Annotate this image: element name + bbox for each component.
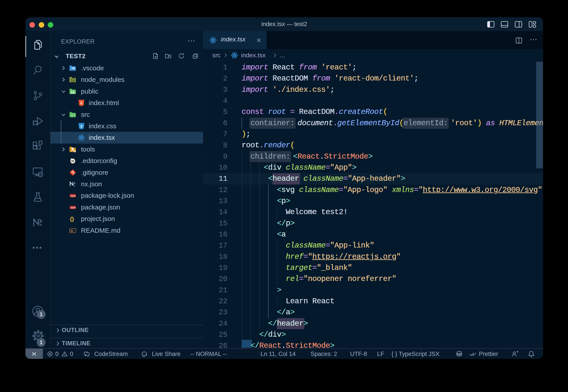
svg-text:npm: npm: [70, 195, 76, 197]
svg-text:3: 3: [80, 124, 82, 128]
svg-text:{}: {}: [70, 216, 74, 222]
svg-text:M↓: M↓: [70, 229, 74, 233]
svg-text:5: 5: [80, 101, 82, 105]
svg-text:JS: JS: [72, 79, 74, 81]
svg-text:npm: npm: [70, 206, 76, 209]
